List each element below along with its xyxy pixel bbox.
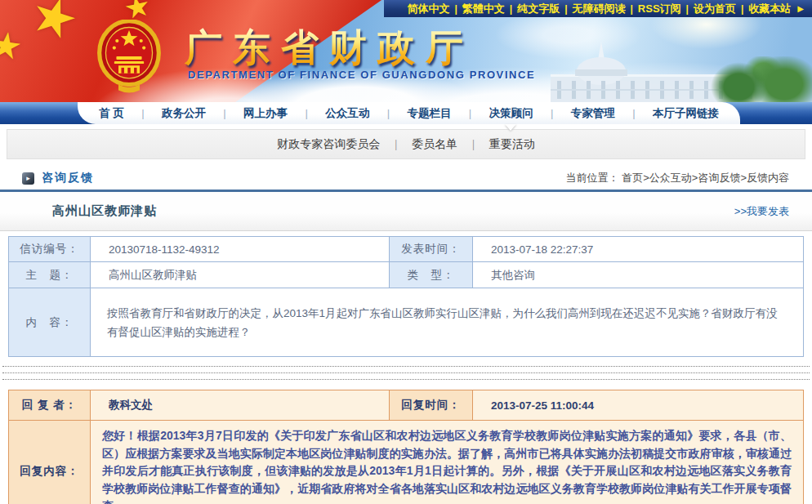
field-label-subject: 主 题： (9, 262, 91, 288)
link-bookmark[interactable]: 收藏本站 (748, 2, 791, 16)
breadcrumb: 当前位置： 首页>公众互动>咨询反馈>反馈内容 (566, 171, 789, 185)
separator: | (141, 107, 144, 119)
field-value-type: 其他咨询 (473, 262, 804, 288)
table-row: 内 容： 按照省教育厅和省财政厅的决定，从2013年1月起对广东省山区教师实行山… (9, 288, 804, 357)
breadcrumb-trail[interactable]: 首页>公众互动>咨询反馈>反馈内容 (622, 172, 789, 184)
link-traditional-chinese[interactable]: 繁體中文 (462, 2, 505, 16)
main-nav: 首 页| 政务公开| 网上办事| 公众互动| 专题栏目| 决策顾问| 专家管理|… (0, 102, 812, 124)
subnav-item-advisory-committee[interactable]: 财政专家咨询委员会 (277, 137, 380, 152)
separator: | (223, 107, 225, 119)
separator: | (564, 3, 567, 15)
subnav-item-member-list[interactable]: 委员名单 (412, 137, 457, 152)
feedback-title-bar: 高州山区教师津贴 >>我要发表 (0, 192, 812, 231)
site-banner: ★ ★ ★ (0, 0, 812, 102)
separator: | (510, 3, 512, 15)
field-value-reply-time: 2013-07-25 11:00:44 (473, 390, 804, 421)
field-label-reply-time: 回复时间： (390, 390, 473, 421)
table-row: 回 复 者： 教科文处 回复时间： 2013-07-25 11:00:44 (9, 390, 804, 421)
subnav-item-important-activities[interactable]: 重要活动 (489, 137, 535, 152)
expand-arrow-icon[interactable]: ▶ (797, 4, 804, 13)
separator: | (469, 107, 471, 119)
post-message-link[interactable]: >>我要发表 (734, 204, 789, 219)
field-label-reply-content: 回复内容： (9, 421, 91, 504)
separator: | (686, 3, 689, 15)
separator: | (741, 3, 743, 15)
feedback-title: 高州山区教师津贴 (52, 203, 157, 219)
nav-item-special-topics[interactable]: 专题栏目 (407, 106, 451, 121)
nav-item-home[interactable]: 首 页 (99, 106, 124, 121)
separator: | (306, 107, 308, 119)
site-subtitle: DEPARTMENT OF FINANCE OF GUANGDONG PROVI… (188, 69, 535, 81)
separator: ｜ (390, 137, 401, 152)
page: ★ ★ ★ (0, 0, 812, 504)
separator: | (551, 107, 553, 119)
utility-bar: 简体中文| 繁體中文| 纯文字版| 无障碍阅读| RSS订阅| 设为首页| 收藏… (384, 0, 812, 17)
field-value-content: 按照省教育厅和省财政厅的决定，从2013年1月起对广东省山区教师实行山区津贴，为… (91, 288, 804, 357)
reply-table: 回 复 者： 教科文处 回复时间： 2013-07-25 11:00:44 回复… (8, 390, 804, 504)
field-label-post-time: 发表时间： (390, 237, 473, 262)
field-value-replier: 教科文处 (91, 390, 390, 421)
sub-nav: 财政专家咨询委员会 ｜ 委员名单 ｜ 重要活动 (7, 129, 805, 159)
nav-item-gov-info[interactable]: 政务公开 (162, 106, 206, 121)
separator: | (630, 3, 632, 15)
dotted-separator (2, 366, 810, 386)
field-value-post-time: 2013-07-18 22:27:37 (473, 237, 804, 262)
link-text-version[interactable]: 纯文字版 (517, 2, 560, 16)
section-header: ▸ 咨询反馈 当前位置： 首页>公众互动>咨询反馈>反馈内容 (0, 167, 812, 192)
nav-item-policy-advisors[interactable]: 决策顾问 (489, 106, 533, 121)
arrow-bullet-icon: ▸ (22, 172, 34, 185)
table-row: 回复内容： 您好！根据2013年3月7日印发的《关于印发广东省山区和农村边远地区… (9, 421, 804, 504)
separator: | (387, 107, 390, 119)
star-icon: ★ (0, 23, 25, 69)
nav-item-public-interaction[interactable]: 公众互动 (325, 106, 369, 121)
link-set-homepage[interactable]: 设为首页 (694, 2, 736, 16)
link-rss[interactable]: RSS订阅 (638, 2, 681, 16)
active-tab-notch (505, 124, 516, 136)
breadcrumb-label: 当前位置： (566, 172, 619, 184)
link-simplified-chinese[interactable]: 简体中文 (407, 2, 449, 16)
feedback-info-table: 信访编号： 20130718-1132-49312 发表时间： 2013-07-… (8, 236, 804, 357)
table-row: 主 题： 高州山区教师津贴 类 型： 其他咨询 (9, 262, 804, 288)
link-accessible-reading[interactable]: 无障碍阅读 (572, 2, 625, 16)
field-value-reply-content: 您好！根据2013年3月7日印发的《关于印发广东省山区和农村边远地区义务教育学校… (91, 421, 804, 504)
field-value-number: 20130718-1132-49312 (91, 237, 390, 262)
tree-graphic (696, 56, 812, 102)
table-row: 信访编号： 20130718-1132-49312 发表时间： 2013-07-… (9, 237, 804, 262)
main-nav-items: 首 页| 政务公开| 网上办事| 公众互动| 专题栏目| 决策顾问| 专家管理|… (78, 102, 740, 124)
separator: ｜ (468, 137, 479, 152)
nav-item-subsites[interactable]: 本厅子网链接 (653, 106, 719, 121)
national-emblem-logo (97, 20, 161, 93)
separator: | (632, 107, 635, 119)
field-label-number: 信访编号： (9, 237, 91, 262)
nav-item-online-services[interactable]: 网上办事 (243, 106, 288, 121)
field-label-replier: 回 复 者： (9, 390, 91, 421)
field-label-type: 类 型： (390, 262, 473, 288)
site-title: 广东省财政厅 (185, 23, 474, 74)
field-value-subject: 高州山区教师津贴 (91, 262, 390, 288)
field-label-content: 内 容： (9, 288, 91, 357)
star-icon: ★ (23, 0, 86, 53)
nav-item-expert-management[interactable]: 专家管理 (571, 106, 615, 121)
section-title: 咨询反馈 (42, 171, 94, 185)
separator: | (454, 3, 457, 15)
